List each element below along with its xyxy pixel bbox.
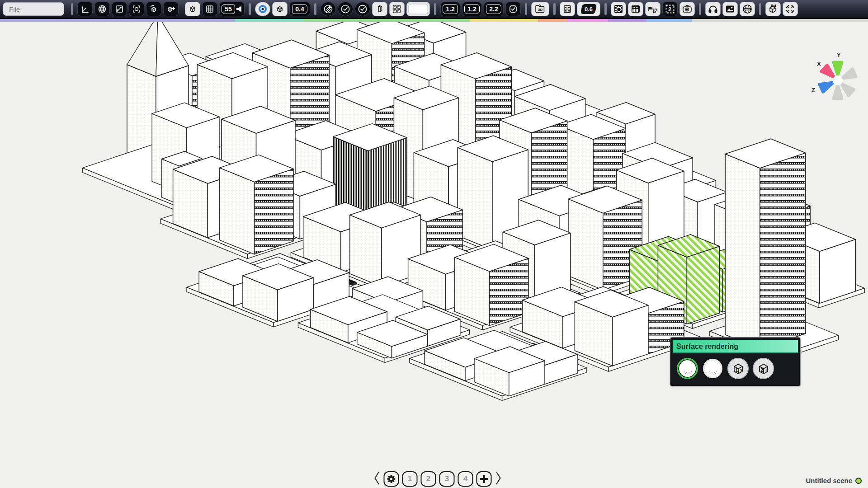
shading-smooth-check-button[interactable] xyxy=(355,2,370,16)
frame-view-button[interactable] xyxy=(129,2,144,16)
outline-checkbox[interactable] xyxy=(505,2,521,16)
nav-prev-button[interactable] xyxy=(373,471,381,487)
gizmo-z-label: Z xyxy=(811,87,815,94)
orbit-globe-button[interactable] xyxy=(94,2,110,16)
surface-rendering-panel: Surface rendering 1 2 xyxy=(670,338,800,386)
nav-page-4-button[interactable]: 4 xyxy=(458,471,473,487)
numbered-cube-icon: 123 xyxy=(767,4,779,14)
dither-sphere-icon xyxy=(613,4,624,14)
fov-button[interactable]: 55 xyxy=(219,2,245,16)
building[interactable] xyxy=(725,139,806,349)
line-weight-c-field[interactable]: 2.2 xyxy=(484,2,504,16)
axis-gizmo[interactable]: Y X Z xyxy=(808,49,868,108)
gizmo-z-axis[interactable] xyxy=(820,79,835,92)
dither-pattern-button[interactable] xyxy=(611,2,626,16)
facade-windows-button[interactable] xyxy=(560,2,575,16)
toolbar-divider xyxy=(759,3,761,15)
image-button[interactable] xyxy=(722,2,738,16)
fov-value: 55 xyxy=(222,4,235,14)
toolbar-divider xyxy=(604,3,607,15)
rotate-cube-button[interactable] xyxy=(146,2,161,16)
pan-diagonal-button[interactable] xyxy=(112,2,127,16)
main-toolbar: File 55 0.4 xyxy=(0,0,868,19)
focus-target-button[interactable] xyxy=(255,2,270,16)
headphones-icon xyxy=(708,4,718,14)
surface-mode-sphere-button[interactable] xyxy=(702,358,723,379)
sequencer-button[interactable] xyxy=(628,2,643,16)
axes-tool-button[interactable] xyxy=(77,2,93,16)
line-weight-a-field[interactable]: 1.2 xyxy=(440,2,460,16)
toolbar-divider xyxy=(553,3,556,15)
grid-button[interactable] xyxy=(202,2,217,16)
file-menu-button[interactable]: File xyxy=(3,2,64,16)
www-globe-icon: www xyxy=(742,4,753,14)
opacity-tag: 0.6 xyxy=(580,4,597,14)
gizmo-center xyxy=(833,75,843,85)
blank-swatch-button[interactable] xyxy=(406,2,430,16)
surface-mode-smooth-sphere-button[interactable] xyxy=(677,358,698,379)
nav-page-3-button[interactable]: 3 xyxy=(439,471,455,487)
toolbar-divider xyxy=(525,3,527,15)
gizmo-neg-y-axis[interactable] xyxy=(834,86,842,99)
viewfinder-icon xyxy=(132,4,142,14)
building[interactable] xyxy=(455,244,528,326)
bed-cursor-icon xyxy=(647,4,658,14)
shading-dotted-check-button[interactable] xyxy=(338,2,353,16)
dotted-check-icon xyxy=(340,4,351,14)
move-cube-button[interactable] xyxy=(163,2,179,16)
nav-page-2-button[interactable]: 2 xyxy=(421,471,436,487)
material-spheres-button[interactable] xyxy=(389,2,405,16)
nav-page-1-button[interactable]: 1 xyxy=(402,471,418,487)
material-sphere-button[interactable] xyxy=(321,2,336,16)
nav-next-button[interactable] xyxy=(495,471,502,487)
surface-mode-cube1-button[interactable]: 1 xyxy=(727,358,749,379)
surface-mode-cube2-button[interactable]: 2 xyxy=(753,358,774,379)
toolbar-divider xyxy=(71,3,73,15)
wireframe-cube-button[interactable] xyxy=(185,2,200,16)
fullscreen-button[interactable] xyxy=(783,2,798,16)
cube-123-button[interactable]: 123 xyxy=(765,2,781,16)
gear-icon xyxy=(387,474,396,484)
line-weight-b-field[interactable]: 1.2 xyxy=(462,2,482,16)
target-icon xyxy=(257,4,268,14)
viewport[interactable]: Y X Z Surface rendering 1 2 xyxy=(0,22,868,488)
status-bar: Untitled scene xyxy=(806,477,862,484)
chevron-left-icon xyxy=(374,471,380,485)
frame-2-button[interactable]: 2 xyxy=(662,2,678,16)
wedge-tool-button[interactable] xyxy=(372,2,387,16)
web-button[interactable]: www xyxy=(740,2,755,16)
grid-icon xyxy=(205,4,215,14)
opacity-tag-button[interactable]: 0.6 xyxy=(577,2,600,16)
move-cube-icon xyxy=(166,4,176,14)
building-windows-icon xyxy=(562,4,572,14)
folder-3d-label: 3D xyxy=(538,8,542,12)
hatched-sphere-icon xyxy=(323,4,334,14)
folder-3d-button[interactable]: 3D xyxy=(531,2,549,16)
folder-3d-icon: 3D xyxy=(534,4,546,14)
gizmo-y-label: Y xyxy=(837,52,841,58)
cube-2-icon: 2 xyxy=(755,360,772,377)
gizmo-neg-z-axis[interactable] xyxy=(841,69,856,82)
nav-page-4-label: 4 xyxy=(463,474,467,483)
camera-button[interactable] xyxy=(679,2,695,16)
nav-add-page-button[interactable] xyxy=(476,471,492,487)
toolbar-divider xyxy=(434,3,436,15)
offset-value-field[interactable]: 0.4 xyxy=(289,2,310,16)
gizmo-y-axis[interactable] xyxy=(834,62,842,75)
section-cube-button[interactable] xyxy=(272,2,288,16)
www-label: www xyxy=(744,8,750,10)
furniture-tool-button[interactable] xyxy=(645,2,660,16)
building[interactable] xyxy=(220,155,293,254)
page-navigation: 1 2 3 4 xyxy=(373,471,502,487)
status-dot xyxy=(855,478,862,484)
speaker-icon xyxy=(236,5,242,13)
building[interactable] xyxy=(575,290,648,366)
smooth-sphere-icon xyxy=(679,360,696,377)
scene-canvas[interactable] xyxy=(0,22,868,488)
wedge-icon xyxy=(375,4,385,14)
nav-settings-button[interactable] xyxy=(384,471,399,487)
blank-swatch-icon xyxy=(408,4,428,14)
line-weight-a-value: 1.2 xyxy=(443,4,458,14)
sequencer-icon xyxy=(630,4,641,14)
audio-button[interactable] xyxy=(705,2,721,16)
